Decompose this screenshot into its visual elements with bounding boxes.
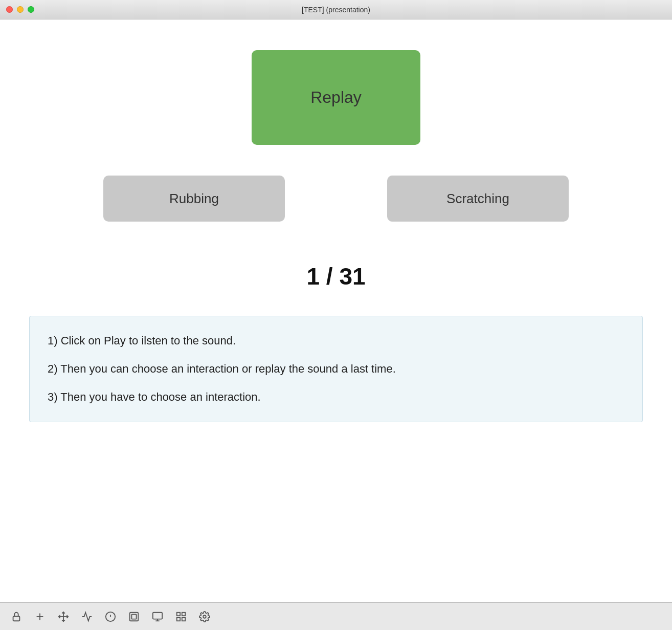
move-icon[interactable]: [55, 609, 72, 625]
svg-rect-13: [177, 612, 180, 615]
instruction-3: 3) Then you have to choose an interactio…: [48, 388, 624, 406]
close-button[interactable]: [6, 6, 13, 13]
svg-rect-15: [177, 617, 180, 620]
titlebar: [TEST] (presentation): [0, 0, 672, 19]
minimize-button[interactable]: [17, 6, 24, 13]
main-content: Replay Rubbing Scratching 1 / 31 1) Clic…: [0, 19, 672, 602]
grid-icon[interactable]: [173, 609, 189, 625]
progress-indicator: 1 / 31: [306, 263, 365, 290]
svg-rect-10: [153, 612, 162, 619]
svg-rect-8: [130, 612, 139, 621]
maximize-button[interactable]: [28, 6, 34, 13]
window-title: [TEST] (presentation): [302, 6, 370, 14]
instruction-1: 1) Click on Play to ilsten to the sound.: [48, 332, 624, 350]
instructions-box: 1) Click on Play to ilsten to the sound.…: [29, 316, 643, 422]
layer-icon[interactable]: [126, 609, 142, 625]
screen-icon[interactable]: [149, 609, 166, 625]
svg-rect-9: [131, 614, 136, 619]
info-icon[interactable]: [102, 609, 119, 625]
svg-rect-14: [182, 612, 185, 615]
choice-row: Rubbing Scratching: [20, 176, 652, 222]
lock-icon[interactable]: [8, 609, 25, 625]
svg-rect-0: [13, 616, 20, 621]
replay-button[interactable]: Replay: [252, 50, 420, 145]
scratching-button[interactable]: Scratching: [387, 176, 569, 222]
chart-icon[interactable]: [79, 609, 95, 625]
settings-icon[interactable]: [196, 609, 213, 625]
instruction-2: 2) Then you can choose an interaction or…: [48, 360, 624, 378]
rubbing-button[interactable]: Rubbing: [103, 176, 285, 222]
bottom-toolbar: [0, 602, 672, 630]
svg-point-17: [203, 615, 206, 618]
svg-rect-16: [182, 617, 185, 620]
window-controls: [6, 6, 34, 13]
plus-icon[interactable]: [32, 609, 48, 625]
